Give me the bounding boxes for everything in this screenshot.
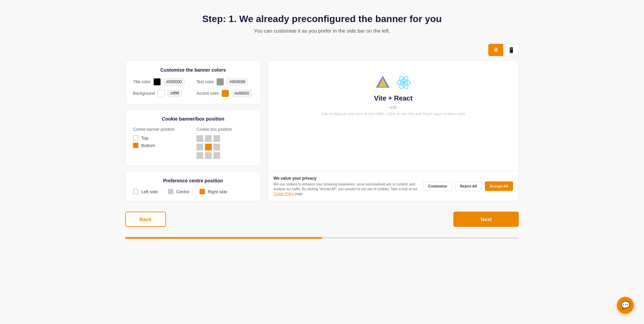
box-cell-8[interactable] [205,152,212,159]
cookie-policy-link[interactable]: Cookie Policy [273,192,294,196]
page-subtitle: You can customise it as you prefer in th… [125,28,519,34]
preview-area: Vite + React - edit - Edit src/App.jsx a… [268,60,518,121]
cookie-banner-title: We value your privacy [273,176,418,181]
banner-position-layout: Cookie banner position Top Bottom [133,127,253,159]
box-cell-5[interactable] [205,144,212,150]
accent-color-row: Accent color #ef8600 [196,90,253,97]
chat-icon: 💬 [621,301,630,310]
banner-position-title: Cookie banner/box position [133,116,253,122]
background-color-row: Background #ffffff [133,90,190,97]
cookie-buttons: Customise Reject All Accept All [423,181,513,191]
preview-app-title: Vite + React [374,94,413,102]
svg-point-2 [402,81,405,84]
position-top[interactable]: Top [133,135,190,141]
box-position-grid [196,135,253,159]
cookie-banner-preview: We value your privacy We use cookies to … [268,171,518,201]
color-grid: Title color #000000 Text color #969696 B… [133,78,253,97]
color-panel-title: Customise the banner colors [133,67,253,73]
top-label: Top [141,136,148,141]
main-content: Customise the banner colors Title color … [125,60,519,201]
title-color-label: Title color [133,79,151,84]
preview-panel: Vite + React - edit - Edit src/App.jsx a… [268,60,519,201]
back-button[interactable]: Back [125,212,166,227]
text-color-value: #969696 [227,78,248,86]
desktop-toggle-button[interactable]: 🖥 [488,44,503,56]
pref-options: Left side Centre Right side [133,189,253,194]
title-color-row: Title color #000000 [133,78,190,86]
box-cell-9[interactable] [213,152,220,159]
title-color-value: #000000 [164,78,185,86]
background-value: #ffffff [168,90,182,97]
logos [374,74,412,91]
left-label: Left side [141,189,158,194]
right-label: Right side [208,189,227,194]
position-bottom[interactable]: Bottom [133,143,190,148]
pref-left[interactable]: Left side [133,189,158,194]
left-panel: Customise the banner colors Title color … [125,60,261,201]
banner-position-panel: Cookie banner/box position Cookie banner… [125,109,261,166]
page-header: Step: 1. We already preconfigured the ba… [125,14,519,34]
banner-position-col: Cookie banner position Top Bottom [133,127,190,159]
pref-centre-panel: Preference centre position Left side Cen… [125,171,261,201]
box-col-title: Cookie box position [196,127,253,132]
pref-right[interactable]: Right side [200,189,227,194]
preview-subtext2: Edit src/App.jsx and save to test HMR • … [321,112,465,116]
vite-logo [374,74,391,91]
background-label: Background [133,91,155,96]
title-color-swatch[interactable] [153,78,161,86]
banner-options: Top Bottom [133,135,190,148]
top-radio[interactable] [133,135,138,141]
box-position-col: Cookie box position [196,127,253,159]
box-cell-7[interactable] [196,152,203,159]
react-logo [395,74,412,91]
right-radio[interactable] [200,189,205,194]
box-cell-6[interactable] [213,144,220,150]
centre-radio[interactable] [168,189,173,194]
text-color-row: Text color #969696 [196,78,253,86]
pref-centre-title: Preference centre position [133,178,253,183]
accept-all-button[interactable]: Accept All [485,181,513,191]
cookie-banner-body: We use cookies to enhance your browsing … [273,182,418,196]
progress-bar [125,237,519,239]
cookie-text: We value your privacy We use cookies to … [273,176,418,196]
centre-label: Centre [176,189,189,194]
box-cell-3[interactable] [213,135,220,142]
pref-centre[interactable]: Centre [168,189,189,194]
progress-fill [125,237,322,239]
next-button[interactable]: Next [453,212,519,227]
progress-empty [322,237,519,239]
box-cell-1[interactable] [196,135,203,142]
reject-all-button[interactable]: Reject All [455,181,482,191]
device-toggle: 🖥 📱 [125,44,519,56]
bottom-radio[interactable] [133,143,138,148]
background-swatch[interactable] [157,90,165,97]
customise-button[interactable]: Customise [423,181,452,191]
color-panel: Customise the banner colors Title color … [125,60,261,104]
footer-actions: Back Next [125,212,519,227]
chat-button[interactable]: 💬 [617,297,634,314]
text-color-label: Text color [196,79,214,84]
accent-swatch[interactable] [222,90,229,97]
preview-subtext1: - edit - [387,105,399,110]
left-radio[interactable] [133,189,138,194]
mobile-toggle-button[interactable]: 📱 [504,44,519,56]
box-cell-2[interactable] [205,135,212,142]
text-color-swatch[interactable] [216,78,224,86]
bottom-label: Bottom [141,143,155,148]
banner-col-title: Cookie banner position [133,127,190,132]
page-title: Step: 1. We already preconfigured the ba… [125,14,519,24]
box-cell-4[interactable] [196,144,203,150]
accent-color-label: Accent color [196,91,219,96]
accent-color-value: #ef8600 [232,90,252,97]
